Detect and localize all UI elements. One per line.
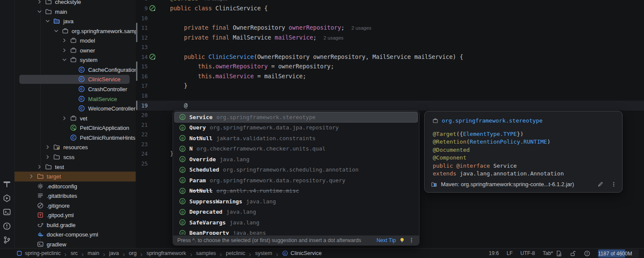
tree-item-scss[interactable]: scss [15,152,136,162]
tree-item-owner[interactable]: owner [15,46,136,55]
problems-icon[interactable] [3,222,11,230]
tree-item-main[interactable]: main [15,7,136,17]
chevron-right-icon[interactable] [61,47,67,53]
completion-item-suppresswarnings[interactable]: @SuppressWarningsjava.lang [174,196,418,207]
completion-item-query[interactable]: @Queryorg.springframework.data.jpa.repos… [174,123,418,133]
spring-bean-icon[interactable] [149,53,156,60]
memory-indicator[interactable]: 1187 of 4600M [598,249,639,258]
completion-item-beanproperty[interactable]: @BeanPropertyjava.beans [174,228,418,235]
encoding-widget[interactable]: UTF-8 [520,250,535,256]
terminal-icon[interactable] [3,208,11,216]
chevron-right-icon[interactable] [45,144,51,150]
tree-item-test[interactable]: test [15,162,136,172]
chevron-right-icon[interactable] [36,0,43,5]
usages-inlay-hint[interactable]: 2 usages [351,25,371,31]
tree-item-editorconfig[interactable]: .editorconfig [15,181,136,191]
chevron-right-icon[interactable] [61,115,67,121]
code-line-13[interactable]: 13 [136,42,644,52]
completion-item-service[interactable]: @Serviceorg.springframework.stereotype [174,112,418,123]
code-line-16[interactable]: 16 this.mailService = mailService; [136,71,644,81]
caret-position-widget[interactable]: 19:6 [489,250,499,256]
tree-item-vet[interactable]: vet [15,114,136,123]
tree-item-gitignore[interactable]: .gitignore [15,201,136,211]
completion-item-safevarargs[interactable]: @SafeVarargsjava.lang [174,217,418,228]
completion-item-notnull[interactable]: @NotNulljakarta.validation.constraints [174,133,418,144]
tree-item-cacheconfiguration[interactable]: CCacheConfiguration [15,65,136,75]
build-hammer-icon[interactable] [3,180,11,188]
line-separator-widget[interactable]: LF [507,250,513,256]
tree-item-build-gradle[interactable]: build.gradle [15,220,136,230]
completion-popup: @Serviceorg.springframework.stereotype@Q… [173,111,419,246]
next-tip-link[interactable]: Next Tip [377,237,396,243]
services-icon[interactable] [3,194,11,203]
kebab-menu-icon[interactable] [408,237,415,243]
unlocked-icon[interactable] [570,250,576,257]
problems-circle-icon[interactable] [584,250,590,257]
code-line-15[interactable]: 15 this.ownerRepository = ownerRepositor… [136,61,644,71]
chevron-right-icon[interactable] [45,154,51,160]
chevron-down-icon[interactable] [45,18,51,24]
chevron-right-icon[interactable] [36,164,43,170]
code-line-11[interactable]: 11 private final OwnerRepository ownerRe… [136,23,644,33]
tree-item-target[interactable]: target [15,172,136,181]
breadcrumb-system[interactable]: system [255,250,272,256]
chevron-down-icon[interactable] [36,9,43,15]
completion-item-override[interactable]: @Overridejava.lang [174,154,418,165]
tree-item-gitattributes[interactable]: .gitattributes [15,191,136,201]
tree-item-petclinicapplication[interactable]: CPetClinicApplication [15,123,136,133]
code-line-12[interactable]: 12 private final MailService mailService… [136,33,644,43]
tree-item-gitpod-yml[interactable]: Y.gitpod.yml [15,210,136,220]
chevron-right-icon[interactable] [61,37,67,43]
breadcrumb-clinicservice[interactable]: ClinicService [291,250,322,256]
usages-inlay-hint[interactable]: 2 usages [323,35,343,40]
kebab-menu-icon[interactable] [611,181,617,187]
code-line-17[interactable]: 17 } [136,81,644,91]
tree-item-clinicservice[interactable]: CClinicService [15,74,136,84]
tree-item-org-springframework-samples[interactable]: org.springframework.samples [15,26,136,36]
tree-item-model[interactable]: model [15,36,136,46]
line-number: 20 [136,110,148,120]
completion-item-n[interactable]: @Norg.checkerframework.checker.units.qua… [174,144,418,154]
tree-item-petclinicruntimehints[interactable]: CPetClinicRuntimeHints [15,133,136,143]
tree-item-crashcontroller[interactable]: CCrashController [15,84,136,94]
tree-item-system[interactable]: system [15,55,136,65]
breadcrumb-java[interactable]: java [109,250,119,256]
breadcrumb-samples[interactable]: samples [196,250,216,256]
chevron-down-icon[interactable] [53,28,59,34]
indent-widget[interactable]: Tab* [543,250,562,257]
tree-item-docker-compose-yml[interactable]: docker-compose.yml [15,230,136,240]
chevron-down-icon[interactable] [61,57,67,63]
tree-item-java[interactable]: java [15,16,136,26]
edit-pencil-icon[interactable] [597,181,604,187]
completion-item-deprecated[interactable]: @Deprecatedjava.lang [174,207,418,218]
code-line-10[interactable]: 10 [136,13,644,23]
tree-item-gradlew[interactable]: gradlew [15,240,136,248]
doc-code-token: java.lang.annotation.Annotation [460,170,564,177]
breadcrumb-src[interactable]: src [70,250,78,256]
chevron-right-icon[interactable] [28,173,34,179]
breadcrumb-org[interactable]: org [129,250,137,256]
tree-item-mailservice[interactable]: CMailService [15,94,136,104]
code-line-9[interactable]: 9public class ClinicService { [136,3,644,13]
usages-inlay-hint[interactable]: no usages [205,0,228,1]
tree-item-label: gradlew [47,240,67,248]
doc-package-link[interactable]: org.springframework.stereotype [442,117,543,124]
breadcrumb-spring-petclinic[interactable]: spring-petclinic [25,250,61,256]
spring-bean-icon[interactable] [149,5,156,12]
code-line-18[interactable]: 18 [136,91,644,101]
tree-item-resources[interactable]: resources [15,142,136,152]
indent-label: Tab* [543,250,553,256]
completion-item-param[interactable]: @Paramorg.springframework.data.repositor… [174,175,418,186]
git-branch-icon[interactable] [3,236,11,244]
tree-item-checkstyle[interactable]: checkstyle [15,0,136,7]
breadcrumb-springframework[interactable]: springframework [146,250,186,256]
lightbulb-icon[interactable] [399,237,405,243]
completion-item-notnull[interactable]: @NotNullorg.antlr.v4.runtime.misc [174,186,418,197]
code-line-14[interactable]: 14 public ClinicService(OwnerRepository … [136,52,644,62]
tree-item-welcomecontroller[interactable]: CWelcomeController [15,104,136,114]
breadcrumb-petclinic[interactable]: petclinic [226,250,245,256]
code-line-19[interactable]: 19 @ [136,101,644,111]
project-tree-panel[interactable]: checkstylemainjavaorg.springframework.sa… [15,0,136,248]
completion-item-scheduled[interactable]: @Scheduledorg.springframework.scheduling… [174,165,418,175]
breadcrumb-main[interactable]: main [88,250,99,256]
